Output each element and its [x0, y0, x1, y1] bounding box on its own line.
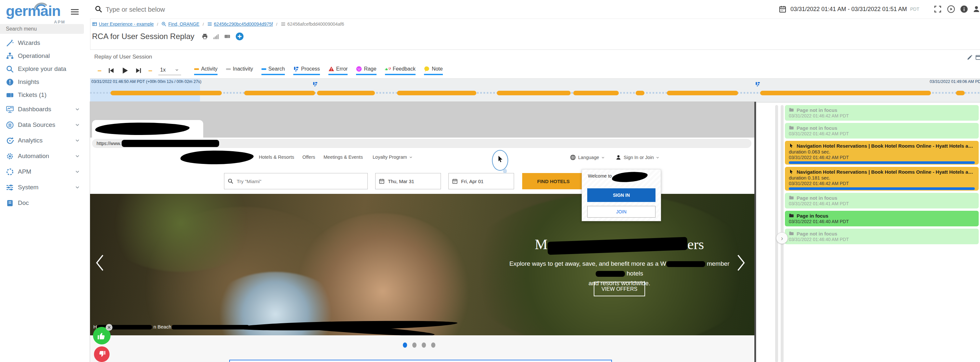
add-button[interactable]: [235, 32, 244, 41]
global-search-input[interactable]: [105, 3, 724, 16]
activity-segment[interactable]: [636, 91, 644, 95]
legend-error[interactable]: Error: [328, 66, 348, 75]
sidebar-item-dashboards[interactable]: Dashboards: [0, 102, 90, 117]
welcome-text: Welcome to: [588, 173, 612, 179]
play-circle-icon[interactable]: [947, 5, 955, 13]
skip-end-button[interactable]: [135, 67, 142, 74]
sidebar-item-wizards[interactable]: Wizards: [0, 37, 90, 49]
event-card-unfocus[interactable]: Page not in focus 03/31/2022 01:46:40 AM…: [785, 229, 979, 244]
sidebar-item-analytics[interactable]: Analytics: [0, 133, 90, 148]
activity-segment[interactable]: [317, 91, 375, 95]
breadcrumb-item[interactable]: Find, ORANGE: [161, 21, 199, 27]
event-card-unfocus[interactable]: Page not in focus 03/31/2022 01:46:41 AM…: [785, 193, 979, 209]
destination-input[interactable]: Try "Miami": [224, 173, 368, 189]
thumb-down-icon: [97, 350, 106, 359]
activity-segment[interactable]: [244, 91, 315, 95]
process-marker-icon[interactable]: [312, 81, 318, 87]
speed-select[interactable]: 1x: [158, 66, 181, 75]
join-button[interactable]: JOIN: [587, 206, 655, 218]
event-card-unfocus[interactable]: Page not in focus 03/31/2022 01:46:42 AM…: [785, 105, 979, 121]
carousel-next-icon[interactable]: [737, 252, 746, 273]
sidebar-item-apm[interactable]: APM: [0, 164, 90, 180]
view-offers-button[interactable]: VIEW OFFERS: [594, 282, 645, 296]
viewport-scrollbar[interactable]: [754, 102, 756, 362]
feedback-negative-button[interactable]: [94, 346, 110, 362]
sidebar-item-tickets-1[interactable]: Tickets (1): [0, 88, 90, 102]
checkout-date-field[interactable]: Fri, Apr 01: [449, 173, 514, 189]
sidebar-item-doc[interactable]: Doc: [0, 195, 90, 211]
carousel-dot-4[interactable]: [431, 343, 435, 348]
activity-segment[interactable]: [956, 91, 965, 95]
legend-note[interactable]: Note: [424, 66, 443, 75]
signal-bars-icon[interactable]: [213, 33, 219, 40]
sidebar-item-insights[interactable]: Insights: [0, 75, 90, 88]
carousel-dot-3[interactable]: [422, 343, 426, 348]
carousel-dot-1[interactable]: [403, 343, 407, 348]
logo-swoosh-icon: [31, 1, 50, 9]
legend-feedback[interactable]: Feedback: [385, 66, 415, 75]
marker-dash-left[interactable]: –: [97, 66, 102, 75]
carousel-prev-icon[interactable]: [95, 252, 104, 273]
checkin-date-field[interactable]: Thu, Mar 31: [375, 173, 441, 189]
legend-inactivity[interactable]: Inactivity: [226, 66, 253, 75]
panel-title: Replay of User Session: [94, 54, 152, 60]
ticket-icon[interactable]: [224, 33, 231, 40]
nav-sign-in-or-join[interactable]: Sign In or Join: [616, 155, 660, 160]
sidebar-item-automation[interactable]: Automation: [0, 148, 90, 164]
event-card-unfocus[interactable]: Page not in focus 03/31/2022 01:46:42 AM…: [785, 123, 979, 139]
url-bar[interactable]: https://www.: [92, 139, 751, 148]
nav-meetings-events[interactable]: Meetings & Events: [323, 155, 363, 160]
site-nav: Hotels & Resorts Offers Meetings & Event…: [90, 149, 756, 166]
nav-offers[interactable]: Offers: [302, 155, 315, 160]
breadcrumb-item: 62456afcefbdd40009004af6: [281, 21, 344, 27]
legend-activity[interactable]: Activity: [194, 66, 218, 75]
sidebar-item-system[interactable]: System: [0, 180, 90, 195]
sidebar-item-operational[interactable]: Operational: [0, 49, 90, 62]
event-card-action[interactable]: Navigation Hotel Reservations | Book Hot…: [785, 141, 979, 164]
activity-segment[interactable]: [497, 91, 571, 95]
legend-process[interactable]: Process: [293, 66, 320, 75]
event-card-focus[interactable]: Page in focus 03/31/2022 01:46:40 AM PDT: [785, 211, 979, 226]
error-icon: [328, 66, 334, 72]
find-hotels-button[interactable]: FIND HOTELS: [522, 173, 585, 189]
panel-expander-button[interactable]: ›: [776, 232, 788, 244]
sidebar-item-explore-your-data[interactable]: Explore your data: [0, 62, 90, 75]
event-card-action[interactable]: Navigation Hotel Reservations | Book Hot…: [785, 167, 979, 191]
sidebar-item-data-sources[interactable]: Data Sources: [0, 117, 90, 133]
legend-rage[interactable]: Rage: [356, 66, 376, 75]
session-timeline[interactable]: 03/31/2022 01:46:50 AM PDT (+00h 00m 12s…: [90, 78, 980, 102]
edit-pencil-icon[interactable]: [967, 54, 973, 61]
process-marker-icon[interactable]: [755, 81, 760, 87]
nav-language[interactable]: Language: [570, 155, 605, 160]
browser-tab[interactable]: [92, 120, 203, 137]
play-button[interactable]: [121, 66, 129, 75]
print-icon[interactable]: [202, 33, 208, 40]
feedback-close-badge[interactable]: [106, 324, 113, 331]
info-circle-icon[interactable]: [960, 5, 968, 13]
breadcrumb-item[interactable]: User Experience - example: [92, 21, 154, 27]
replay-viewport: https://www. Hotels & Resorts Offers Mee…: [90, 102, 756, 362]
legend-search[interactable]: Search: [261, 66, 285, 75]
skip-start-button[interactable]: [108, 67, 115, 74]
nav-loyalty-program[interactable]: Loyalty Program: [372, 155, 413, 160]
sidebar-search-input[interactable]: [0, 24, 84, 34]
activity-segment[interactable]: [667, 91, 738, 95]
nav-hotels-resorts[interactable]: Hotels & Resorts: [259, 155, 294, 160]
activity-segment[interactable]: [397, 91, 476, 95]
fullscreen-icon[interactable]: [934, 5, 942, 13]
list-icon: [207, 21, 212, 27]
activity-segment[interactable]: [760, 91, 931, 95]
replay-panel: Replay of User Session – – 1x Activity I…: [90, 49, 980, 362]
date-range-picker[interactable]: 03/31/2022 01:41 AM - 03/31/2022 01:51 A…: [779, 2, 919, 16]
carousel-dot-2[interactable]: [412, 343, 417, 348]
marker-dash-right[interactable]: –: [148, 66, 152, 75]
hamburger-menu-icon[interactable]: [71, 8, 79, 14]
activity-segment[interactable]: [573, 91, 619, 95]
user-icon[interactable]: [972, 5, 980, 13]
breadcrumb-item[interactable]: 62456c290bc45d00094d975f: [207, 21, 273, 27]
sign-in-button[interactable]: SIGN IN: [587, 188, 655, 202]
window-icon[interactable]: [975, 54, 980, 61]
url-prefix: https://www.: [97, 141, 121, 146]
activity-segment[interactable]: [111, 91, 222, 95]
cursor-icon: [496, 155, 504, 163]
